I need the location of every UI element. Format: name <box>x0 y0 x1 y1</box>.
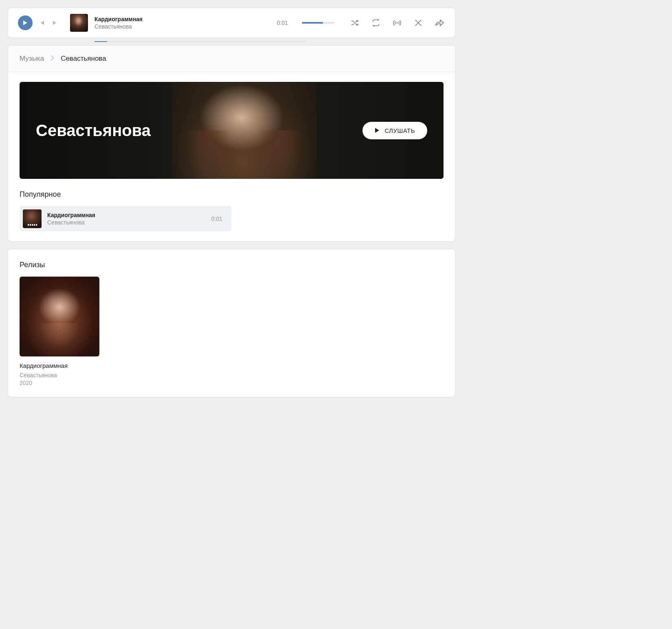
releases-heading: Релизы <box>20 261 444 269</box>
volume-slider[interactable] <box>302 22 334 24</box>
svg-point-1 <box>415 20 416 20</box>
artist-hero: Севастьянова СЛУШАТЬ <box>20 82 444 179</box>
release-card[interactable]: Кардиограммная Севастьянова 2020 <box>20 277 99 387</box>
svg-point-2 <box>420 20 421 20</box>
progress-bar[interactable] <box>94 41 306 42</box>
share-icon[interactable] <box>434 17 445 29</box>
release-year: 2020 <box>20 379 99 387</box>
breadcrumb: Музыка Севастьянова <box>8 46 455 72</box>
svg-point-0 <box>396 22 398 24</box>
previous-track-button[interactable] <box>38 19 46 26</box>
artist-name: Севастьянова <box>36 121 151 140</box>
repeat-icon[interactable] <box>370 17 382 29</box>
broadcast-icon[interactable] <box>391 17 403 29</box>
svg-point-4 <box>420 25 421 26</box>
now-playing-cover[interactable] <box>70 14 88 32</box>
chevron-right-icon <box>51 55 54 62</box>
equalizer-icon <box>28 224 37 226</box>
release-artist: Севастьянова <box>20 372 99 379</box>
now-playing-artist[interactable]: Севастьянова <box>94 23 143 30</box>
svg-point-3 <box>415 25 416 26</box>
shuffle-icon[interactable] <box>349 17 360 29</box>
next-track-button[interactable] <box>51 19 59 26</box>
track-duration: 0:01 <box>211 216 228 222</box>
track-row[interactable]: Кардиограммная Севастьянова 0:01 <box>20 206 231 231</box>
release-title: Кардиограммная <box>20 362 99 369</box>
popular-heading: Популярное <box>20 190 444 199</box>
artist-page: Музыка Севастьянова Севастьянова СЛУШАТЬ… <box>8 46 455 241</box>
track-cover <box>23 209 42 228</box>
listen-button-label: СЛУШАТЬ <box>384 127 415 134</box>
breadcrumb-current: Севастьянова <box>61 55 106 63</box>
now-playing-info: Кардиограммная Севастьянова <box>94 16 143 30</box>
track-title: Кардиограммная <box>47 212 95 218</box>
track-artist: Севастьянова <box>47 219 95 226</box>
release-cover <box>20 277 99 356</box>
similar-tracks-icon[interactable] <box>413 17 424 29</box>
now-playing-title[interactable]: Кардиограммная <box>94 16 143 22</box>
breadcrumb-root[interactable]: Музыка <box>20 55 44 63</box>
play-button[interactable] <box>18 15 33 30</box>
listen-button[interactable]: СЛУШАТЬ <box>362 122 427 139</box>
elapsed-time: 0:01 <box>277 20 288 26</box>
player-bar: Кардиограммная Севастьянова 0:01 <box>8 8 455 37</box>
releases-section: Релизы Кардиограммная Севастьянова 2020 <box>8 249 455 397</box>
